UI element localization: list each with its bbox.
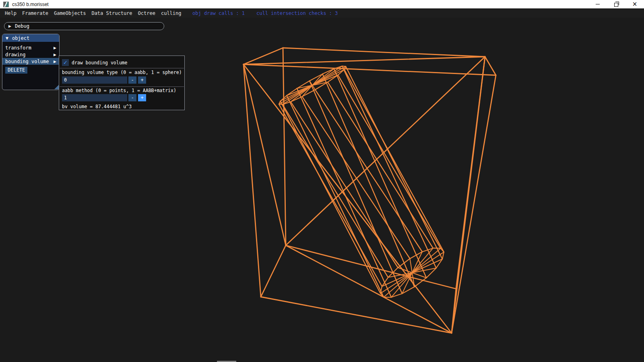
object-window-title: object [12,35,29,41]
menu-item-gameobjects[interactable]: GameObjects [54,10,86,16]
tree-item-label: drawing [5,52,26,58]
collapsed-arrow-icon: ▶ [8,24,11,28]
restore-button[interactable] [607,0,625,8]
menu-item-help[interactable]: Help [5,10,17,16]
expanded-arrow-icon: ▼ [6,36,8,40]
method-increment-button[interactable]: + [138,94,146,101]
object-tree: transform ▶ drawing ▶ bounding volume ▶ [2,44,59,65]
tree-item-drawing[interactable]: drawing ▶ [2,51,59,58]
bounding-volume-type-label: bounding volume type (0 = aabb, 1 = sphe… [62,70,182,75]
separator [60,68,184,68]
minimize-icon [596,4,600,4]
debug-window-title: Debug [15,23,29,29]
delete-button[interactable]: DELETE [5,67,27,74]
bounding-volume-type-input[interactable]: 0 [62,76,127,84]
draw-bounding-volume-checkbox[interactable]: ✓ [62,59,69,66]
draw-bounding-volume-label: draw bounding volume [72,60,127,66]
submenu-arrow-icon: ▶ [54,46,56,50]
close-icon: × [632,1,638,7]
separator [60,86,184,87]
menu-item-framerate[interactable]: Framerate [22,10,48,16]
submenu-arrow-icon: ▶ [54,53,56,57]
menu-item-culling[interactable]: culling [161,10,182,16]
aabb-method-label: aabb method (0 = points, 1 = AABB+matrix… [62,88,176,93]
menu-item-octree[interactable]: Octree [138,10,155,16]
restore-icon [614,3,618,7]
window-controls: × [588,0,644,8]
method-decrement-button[interactable]: - [128,94,136,101]
tree-item-label: bounding volume [5,59,49,64]
type-increment-button[interactable]: + [138,76,146,84]
menu-item-data-structure[interactable]: Data Structure [91,10,132,16]
debug-window-header[interactable]: ▶ Debug [4,22,164,30]
app-root: { "window": { "title": "cs350 b.morisset… [0,0,644,362]
tree-item-bounding-volume[interactable]: bounding volume ▶ [2,58,59,65]
aabb-method-input[interactable]: 1 [62,94,127,101]
bounding-volume-popup: ✓ draw bounding volume bounding volume t… [59,56,185,110]
submenu-arrow-icon: ▶ [54,60,56,64]
stat-cull-intersection-checks: cull intersection checks : 3 [256,9,338,18]
object-window-titlebar[interactable]: ▼ object [2,34,59,42]
app-icon [3,2,9,7]
resize-grip[interactable] [54,85,59,89]
type-decrement-button[interactable]: - [128,76,136,84]
window-title: cs350 b.morisset [12,2,49,7]
bv-volume-readout: bv volume = 87.444481 u^3 [62,104,132,109]
tree-item-transform[interactable]: transform ▶ [2,44,59,51]
titlebar: cs350 b.morisset × [0,0,644,9]
object-window: ▼ object transform ▶ drawing ▶ bounding … [2,34,60,90]
minimize-button[interactable] [588,0,607,8]
close-button[interactable]: × [625,0,644,8]
stat-obj-draw-calls: obj draw calls : 1 [192,9,245,18]
tree-item-label: transform [5,45,31,51]
checkmark-icon: ✓ [63,60,68,66]
wireframe-viewport [0,0,644,362]
menu-bar: Help Framerate GameObjects Data Structur… [0,9,644,18]
